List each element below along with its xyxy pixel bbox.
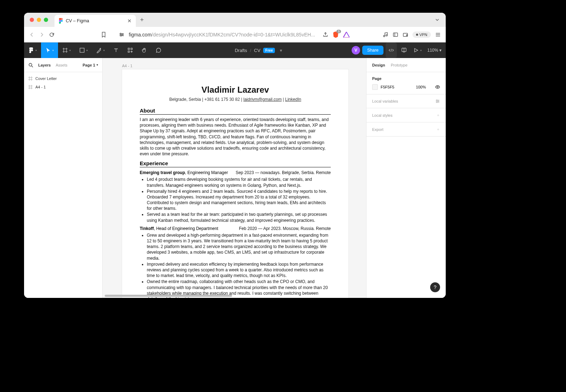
brave-wallet-icon[interactable] (343, 32, 350, 38)
breadcrumb-parent[interactable]: Drafts (235, 48, 247, 53)
assets-tab[interactable]: Assets (56, 63, 67, 67)
svg-point-15 (437, 102, 437, 103)
library-button[interactable] (399, 42, 409, 58)
local-styles-section[interactable]: Local styles ＋ (366, 108, 446, 122)
dev-mode-button[interactable] (386, 42, 397, 58)
settings-icon[interactable] (435, 99, 440, 104)
wallet-icon[interactable] (403, 32, 408, 38)
hand-tool[interactable] (137, 42, 151, 58)
about-text: I am an engineering leader with 6 years … (140, 117, 331, 157)
email-link[interactable]: laidrivm@gmail.com (243, 97, 282, 102)
url-field[interactable]: figma.com/design/Hs4wpvvjIyccKK1fDMK2cm/… (129, 32, 318, 38)
shields-icon[interactable]: 5 (333, 31, 339, 38)
browser-tab[interactable]: CV – Figma ✕ (54, 15, 136, 27)
forward-button[interactable] (39, 32, 45, 38)
layers-panel: Layers Assets Page 1▾ Cover Letter A4 - … (24, 58, 103, 298)
close-tab-button[interactable]: ✕ (127, 18, 132, 24)
svg-rect-8 (128, 48, 129, 50)
job-header: Tinkoff, Head of Engineering Department … (140, 226, 331, 231)
window-controls (30, 18, 48, 22)
svg-point-1 (120, 33, 121, 34)
background-opacity[interactable]: 100% (416, 85, 426, 89)
horizontal-scrollbar[interactable] (103, 294, 366, 298)
share-button[interactable]: Share (362, 46, 383, 55)
tabs-dropdown-button[interactable] (434, 17, 440, 23)
shields-count: 5 (336, 30, 341, 33)
page-section-title: Page (372, 76, 440, 81)
job-bullets: Led 4 product teams developing booking s… (140, 177, 331, 223)
svg-rect-7 (80, 48, 84, 52)
frame-tool[interactable]: ▾ (58, 42, 75, 58)
linkedin-link[interactable]: LinkedIn (285, 97, 301, 102)
svg-point-3 (121, 35, 122, 36)
move-tool[interactable]: ▾ (41, 42, 58, 58)
maximize-window-button[interactable] (44, 18, 48, 22)
layers-tab[interactable]: Layers (38, 63, 51, 67)
cv-name: Vladimir Lazarev (140, 85, 331, 95)
visibility-icon[interactable] (435, 85, 440, 90)
zoom-level[interactable]: 110% ▾ (427, 48, 441, 53)
tab-title: CV – Figma (66, 18, 125, 23)
browser-tab-bar: CV – Figma ✕ + (24, 13, 446, 27)
site-settings-icon[interactable] (119, 32, 125, 38)
figma-toolbar: ▾ ▾ ▾ ▾ ▾ Drafts (24, 42, 446, 58)
svg-rect-10 (128, 51, 129, 52)
pen-tool[interactable]: ▾ (92, 42, 109, 58)
search-icon[interactable] (28, 63, 33, 68)
prototype-tab[interactable]: Prototype (391, 63, 408, 67)
breadcrumb-file[interactable]: CV (254, 48, 260, 53)
layer-item[interactable]: Cover Letter (24, 74, 102, 83)
frame-label[interactable]: A4 - 1 (122, 64, 132, 68)
present-button[interactable]: ▾ (411, 42, 424, 58)
plan-badge[interactable]: Free (263, 48, 275, 53)
design-tab[interactable]: Design (372, 63, 385, 67)
svg-point-6 (31, 49, 33, 51)
svg-point-12 (437, 86, 438, 88)
help-button[interactable]: ? (430, 282, 440, 292)
resources-tool[interactable] (123, 42, 137, 58)
job-bullets: Grew and developed a high-performing dep… (140, 232, 331, 298)
job-header: Emerging travel group, Engineering Manag… (140, 170, 331, 175)
share-icon[interactable] (323, 32, 328, 38)
layer-item[interactable]: A4 - 1 (24, 83, 102, 91)
text-tool[interactable] (109, 42, 123, 58)
page-selector[interactable]: Page 1▾ (83, 63, 98, 67)
layer-label: A4 - 1 (35, 85, 46, 89)
background-hex[interactable]: F5F5F5 (381, 85, 394, 89)
artboard-a4[interactable]: Vladimir Lazarev Belgrade, Serbia | +381… (122, 69, 348, 298)
canvas[interactable]: A4 - 1 Vladimir Lazarev Belgrade, Serbia… (103, 58, 366, 298)
address-bar: figma.com/design/Hs4wpvvjIyccKK1fDMK2cm/… (24, 27, 446, 42)
svg-point-11 (29, 63, 32, 66)
figma-menu-button[interactable]: ▾ (24, 42, 41, 58)
background-swatch[interactable] (372, 84, 378, 90)
svg-rect-9 (131, 48, 132, 50)
svg-point-2 (122, 34, 123, 35)
close-window-button[interactable] (30, 18, 34, 22)
reload-button[interactable] (49, 32, 54, 38)
vpn-button[interactable]: VPN (412, 31, 431, 38)
export-section[interactable]: Export ＋ (366, 122, 446, 137)
design-panel: Design Prototype Page F5F5F5 100% Local … (366, 58, 446, 298)
cv-contact: Belgrade, Serbia | +381 61 175 30 82 | l… (140, 97, 331, 102)
figma-icon (59, 18, 63, 24)
svg-rect-4 (393, 33, 398, 36)
media-icon[interactable] (383, 32, 388, 38)
file-breadcrumb[interactable]: Drafts / CV Free ▾ (166, 48, 352, 53)
bookmark-button[interactable] (101, 32, 106, 38)
sidebar-icon[interactable] (393, 32, 398, 38)
svg-point-14 (438, 101, 439, 102)
new-tab-button[interactable]: + (140, 16, 144, 24)
shape-tool[interactable]: ▾ (75, 42, 92, 58)
comment-tool[interactable] (151, 42, 166, 58)
local-variables-section[interactable]: Local variables (366, 94, 446, 108)
layer-label: Cover Letter (35, 76, 57, 81)
plus-icon[interactable]: ＋ (436, 127, 440, 132)
avatar[interactable]: V (352, 46, 360, 54)
minimize-window-button[interactable] (37, 18, 41, 22)
back-button[interactable] (29, 32, 35, 38)
section-experience: Experience (140, 160, 331, 167)
svg-point-13 (437, 100, 437, 100)
section-about: About (140, 108, 331, 115)
browser-menu-button[interactable] (435, 32, 441, 38)
plus-icon[interactable]: ＋ (436, 113, 440, 118)
